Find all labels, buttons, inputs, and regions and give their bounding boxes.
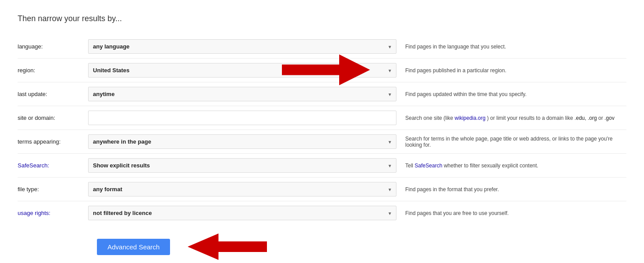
- select-wrapper-safesearch: Show explicit results: [88, 158, 396, 173]
- bottom-section: Advanced Search: [18, 225, 626, 260]
- row-terms_appearing: terms appearing:anywhere in the pageSear…: [18, 130, 626, 154]
- section-title: Then narrow your results by...: [18, 13, 626, 24]
- input-cell-site_domain: [88, 106, 405, 130]
- advanced-search-button[interactable]: Advanced Search: [97, 239, 170, 255]
- select-wrapper-last_update: anytime: [88, 87, 396, 101]
- desc-file_type: Find pages in the format that you prefer…: [405, 178, 626, 201]
- label-region: region:: [18, 59, 88, 82]
- input-cell-usage_rights: not filtered by licence: [88, 201, 405, 225]
- label-terms_appearing: terms appearing:: [18, 130, 88, 154]
- select-usage_rights[interactable]: not filtered by licence: [88, 206, 396, 220]
- desc-link-site_domain[interactable]: wikipedia.org: [455, 115, 485, 121]
- label-link-usage_rights[interactable]: usage rights:: [18, 210, 50, 216]
- row-language: language:any languageFind pages in the l…: [18, 35, 626, 59]
- select-wrapper-terms_appearing: anywhere in the page: [88, 134, 396, 149]
- row-file_type: file type:any formatFind pages in the fo…: [18, 178, 626, 201]
- label-file_type: file type:: [18, 178, 88, 201]
- row-usage_rights: usage rights:not filtered by licenceFind…: [18, 201, 626, 225]
- label-language: language:: [18, 35, 88, 59]
- label-link-safesearch[interactable]: SafeSearch:: [18, 162, 49, 169]
- row-region: region:United States Find pages publishe…: [18, 59, 626, 82]
- row-safesearch: SafeSearch:Show explicit resultsTell Saf…: [18, 154, 626, 178]
- desc-last_update: Find pages updated within the time that …: [405, 82, 626, 106]
- text-input-site_domain[interactable]: [88, 111, 396, 125]
- select-language[interactable]: any language: [88, 39, 396, 54]
- select-safesearch[interactable]: Show explicit results: [88, 158, 396, 173]
- select-wrapper-usage_rights: not filtered by licence: [88, 206, 396, 220]
- select-wrapper-file_type: any format: [88, 182, 396, 196]
- desc-link-safesearch[interactable]: SafeSearch: [415, 163, 442, 169]
- desc-region: Find pages published in a particular reg…: [405, 59, 626, 82]
- desc-terms_appearing: Search for terms in the whole page, page…: [405, 130, 626, 154]
- desc-site_domain: Search one site (like wikipedia.org ) or…: [405, 106, 626, 130]
- row-site_domain: site or domain:Search one site (like wik…: [18, 106, 626, 130]
- filter-form: language:any languageFind pages in the l…: [18, 35, 626, 225]
- input-cell-language: any language: [88, 35, 405, 59]
- select-file_type[interactable]: any format: [88, 182, 396, 196]
- label-usage_rights: usage rights:: [18, 201, 88, 225]
- input-cell-safesearch: Show explicit results: [88, 154, 405, 178]
- input-cell-last_update: anytime: [88, 82, 405, 106]
- row-last_update: last update:anytimeFind pages updated wi…: [18, 82, 626, 106]
- bottom-arrow-area: [188, 233, 267, 260]
- input-cell-terms_appearing: anywhere in the page: [88, 130, 405, 154]
- select-terms_appearing[interactable]: anywhere in the page: [88, 134, 396, 149]
- select-last_update[interactable]: anytime: [88, 87, 396, 101]
- label-safesearch: SafeSearch:: [18, 154, 88, 178]
- bottom-red-arrow: [188, 233, 267, 260]
- desc-language: Find pages in the language that you sele…: [405, 35, 626, 59]
- svg-marker-1: [188, 233, 267, 260]
- select-wrapper-region: United States: [88, 63, 396, 78]
- desc-safesearch: Tell SafeSearch whether to filter sexual…: [405, 154, 626, 178]
- label-site_domain: site or domain:: [18, 106, 88, 130]
- input-cell-file_type: any format: [88, 178, 405, 201]
- label-last_update: last update:: [18, 82, 88, 106]
- input-cell-region: United States: [88, 59, 405, 82]
- select-wrapper-language: any language: [88, 39, 396, 54]
- desc-usage_rights: Find pages that you are free to use your…: [405, 201, 626, 225]
- select-region[interactable]: United States: [88, 63, 396, 78]
